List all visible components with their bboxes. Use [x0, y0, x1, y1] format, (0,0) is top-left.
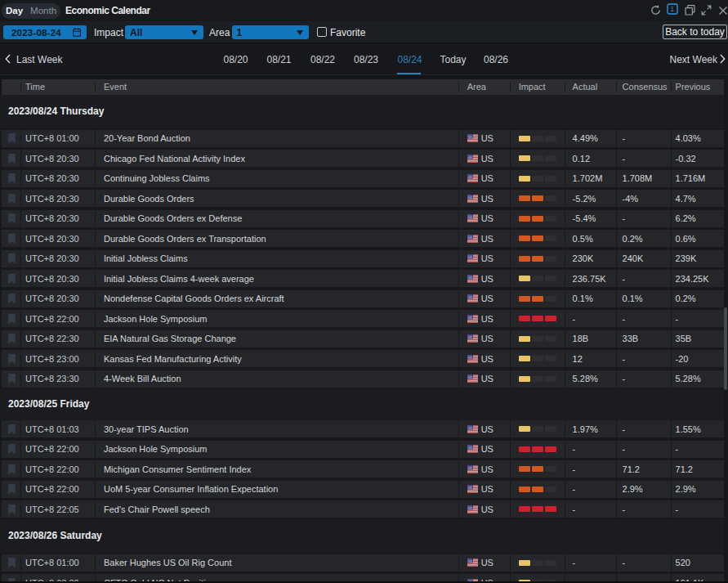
- svg-text:1: 1: [670, 5, 674, 13]
